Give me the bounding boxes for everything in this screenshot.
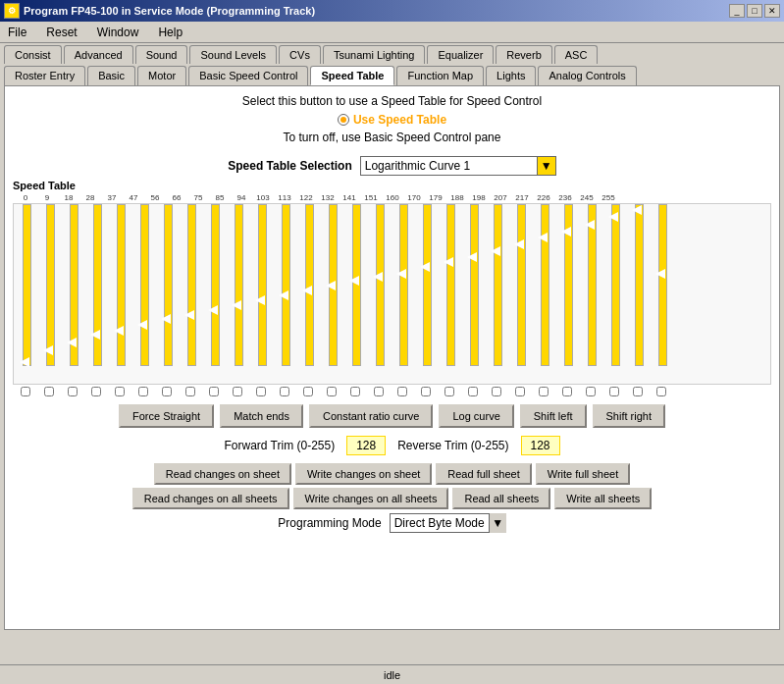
match-ends-btn[interactable]: Match ends: [220, 404, 303, 428]
radio-row[interactable]: Use Speed Table: [13, 112, 771, 127]
tab-advanced[interactable]: Advanced: [64, 45, 133, 64]
slider-track-20[interactable]: [494, 204, 502, 366]
minimize-btn[interactable]: _: [729, 4, 745, 18]
tab-roster-entry[interactable]: Roster Entry: [4, 66, 85, 85]
slider-track-22[interactable]: [541, 204, 549, 366]
title-bar-controls[interactable]: _ □ ✕: [729, 4, 780, 18]
slider-checkbox-4[interactable]: [115, 387, 125, 396]
write-full-sheet-btn[interactable]: Write full sheet: [536, 463, 631, 485]
slider-track-18[interactable]: [446, 204, 455, 366]
slider-checkbox-11[interactable]: [280, 387, 289, 396]
slider-track-9[interactable]: [235, 204, 243, 366]
slider-track-15[interactable]: [376, 204, 385, 366]
slider-checkbox-15[interactable]: [374, 387, 384, 396]
close-btn[interactable]: ✕: [764, 4, 780, 18]
slider-checkbox-24[interactable]: [586, 387, 596, 396]
constant-ratio-btn[interactable]: Constant ratio curve: [309, 404, 433, 428]
tab-equalizer[interactable]: Equalizer: [427, 45, 494, 64]
slider-track-11[interactable]: [282, 204, 290, 366]
tab-analog-controls[interactable]: Analog Controls: [538, 66, 636, 85]
slider-track-16[interactable]: [399, 204, 408, 366]
read-changes-all-btn[interactable]: Read changes on all sheets: [132, 488, 289, 509]
slider-track-7[interactable]: [187, 204, 196, 366]
reverse-trim-input[interactable]: [521, 436, 560, 455]
menu-file[interactable]: File: [4, 26, 30, 39]
slider-checkbox-18[interactable]: [444, 387, 454, 396]
slider-checkbox-14[interactable]: [350, 387, 360, 396]
slider-track-0[interactable]: [23, 204, 31, 366]
menu-window[interactable]: Window: [93, 26, 143, 39]
prog-mode-select[interactable]: Direct Byte Mode Paged Mode Register Mod…: [390, 513, 506, 533]
slider-track-14[interactable]: [352, 204, 361, 366]
tab-cvs[interactable]: CVs: [279, 45, 321, 64]
slider-checkbox-0[interactable]: [21, 387, 30, 396]
slider-track-12[interactable]: [305, 204, 314, 366]
tab-motor[interactable]: Motor: [137, 66, 186, 85]
tab-function-map[interactable]: Function Map: [396, 66, 484, 85]
slider-track-17[interactable]: [423, 204, 432, 366]
write-changes-all-btn[interactable]: Write changes on all sheets: [293, 488, 449, 509]
read-all-sheets-btn[interactable]: Read all sheets: [452, 488, 550, 509]
slider-checkbox-17[interactable]: [421, 387, 431, 396]
tab-speed-table[interactable]: Speed Table: [310, 66, 394, 85]
slider-checkbox-20[interactable]: [492, 387, 501, 396]
menu-reset[interactable]: Reset: [42, 26, 80, 39]
tab-sound-levels[interactable]: Sound Levels: [189, 45, 277, 64]
speed-table-select[interactable]: Logarithmic Curve 1 Logarithmic Curve 2 …: [360, 156, 556, 176]
slider-track-26[interactable]: [635, 204, 644, 366]
slider-track-2[interactable]: [70, 204, 78, 366]
forward-trim-input[interactable]: [346, 436, 386, 455]
slider-checkbox-10[interactable]: [256, 387, 266, 396]
slider-checkbox-19[interactable]: [468, 387, 478, 396]
slider-checkbox-3[interactable]: [91, 387, 101, 396]
tab-basic-speed-control[interactable]: Basic Speed Control: [188, 66, 308, 85]
force-straight-btn[interactable]: Force Straight: [119, 404, 214, 428]
tab-basic[interactable]: Basic: [87, 66, 135, 85]
slider-track-10[interactable]: [258, 204, 267, 366]
slider-checkbox-5[interactable]: [138, 387, 148, 396]
slider-checkbox-8[interactable]: [209, 387, 219, 396]
write-changes-sheet-btn[interactable]: Write changes on sheet: [295, 463, 432, 485]
log-curve-btn[interactable]: Log curve: [439, 404, 513, 428]
slider-track-6[interactable]: [164, 204, 173, 366]
shift-left-btn[interactable]: Shift left: [520, 404, 587, 428]
slider-checkbox-22[interactable]: [539, 387, 549, 396]
slider-checkbox-2[interactable]: [68, 387, 78, 396]
tab-reverb[interactable]: Reverb: [496, 45, 551, 64]
slider-checkbox-7[interactable]: [185, 387, 195, 396]
slider-track-23[interactable]: [564, 204, 573, 366]
menu-help[interactable]: Help: [154, 26, 186, 39]
slider-checkbox-12[interactable]: [303, 387, 313, 396]
slider-track-19[interactable]: [470, 204, 479, 366]
shift-right-btn[interactable]: Shift right: [593, 404, 665, 428]
slider-checkbox-16[interactable]: [397, 387, 407, 396]
slider-checkbox-21[interactable]: [515, 387, 525, 396]
slider-checkbox-6[interactable]: [162, 387, 172, 396]
slider-checkbox-25[interactable]: [609, 387, 619, 396]
slider-checkbox-26[interactable]: [633, 387, 643, 396]
slider-checkbox-23[interactable]: [562, 387, 572, 396]
slider-track-4[interactable]: [117, 204, 126, 366]
slider-track-8[interactable]: [211, 204, 220, 366]
use-speed-table-radio[interactable]: Use Speed Table: [338, 113, 446, 127]
slider-track-24[interactable]: [588, 204, 597, 366]
slider-track-3[interactable]: [93, 204, 102, 366]
slider-checkbox-27[interactable]: [656, 387, 666, 396]
slider-checkbox-13[interactable]: [327, 387, 337, 396]
write-all-sheets-btn[interactable]: Write all sheets: [554, 488, 652, 509]
read-full-sheet-btn[interactable]: Read full sheet: [436, 463, 531, 485]
tab-tsunami-lighting[interactable]: Tsunami Lighting: [323, 45, 426, 64]
slider-track-27[interactable]: [658, 204, 667, 366]
tab-consist[interactable]: Consist: [4, 45, 62, 64]
tab-lights[interactable]: Lights: [486, 66, 536, 85]
slider-checkbox-9[interactable]: [233, 387, 242, 396]
slider-track-13[interactable]: [329, 204, 338, 366]
slider-track-1[interactable]: [46, 204, 55, 366]
maximize-btn[interactable]: □: [747, 4, 762, 18]
slider-track-5[interactable]: [140, 204, 149, 366]
slider-track-21[interactable]: [517, 204, 526, 366]
slider-checkbox-1[interactable]: [44, 387, 54, 396]
tab-asc[interactable]: ASC: [554, 45, 599, 64]
read-changes-sheet-btn[interactable]: Read changes on sheet: [154, 463, 291, 485]
tab-sound[interactable]: Sound: [135, 45, 188, 64]
